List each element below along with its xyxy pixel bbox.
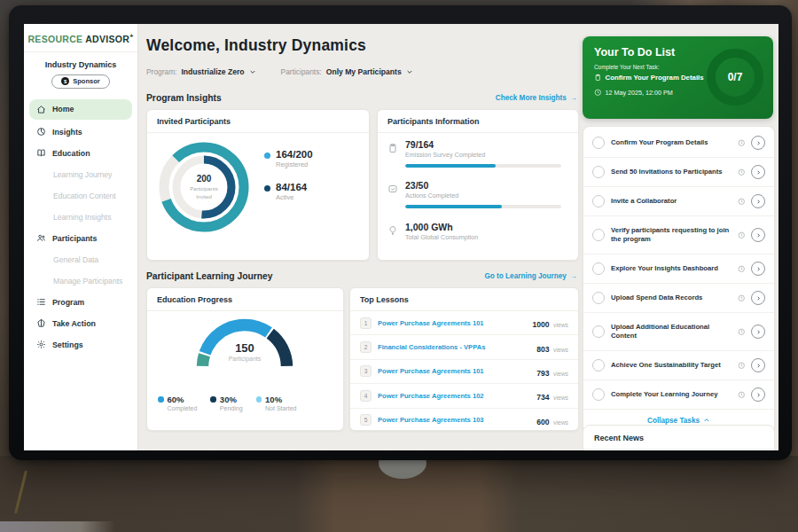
lesson-link[interactable]: Power Purchase Agreements 102	[378, 392, 530, 400]
lesson-row[interactable]: 3 Power Purchase Agreements 101 793 view…	[350, 360, 578, 384]
legend-pct: 60%	[168, 395, 184, 404]
task-row[interactable]: Verify participants requesting to join t…	[583, 216, 774, 254]
task-open-button[interactable]	[751, 325, 765, 339]
chevron-down-icon	[406, 68, 413, 75]
lesson-link[interactable]: Power Purchase Agreements 103	[378, 416, 530, 424]
task-open-button[interactable]	[751, 358, 765, 372]
gauge-value: 150	[190, 341, 300, 355]
clock-icon	[738, 328, 746, 336]
sidebar-item-education-content[interactable]: Education Content	[24, 185, 137, 207]
sidebar-item-learning-insights[interactable]: Learning Insights	[24, 207, 137, 228]
legend-completed: 60% Completed	[158, 395, 197, 411]
invited-donut-chart: 200 Participants Invited	[154, 137, 254, 237]
next-task-label: Confirm Your Program Details	[606, 74, 704, 82]
lesson-link[interactable]: Power Purchase Agreements 101	[378, 319, 526, 327]
card-title: Invited Participants	[147, 110, 369, 133]
task-row[interactable]: Invite a Collaborator	[583, 187, 774, 216]
lesson-row[interactable]: 1 Power Purchase Agreements 101 1000 vie…	[350, 311, 578, 335]
participants-select[interactable]: Participants: Only My Participants	[281, 67, 413, 76]
sidebar-item-general-data[interactable]: General Data	[24, 249, 137, 270]
legend-label: Completed	[168, 405, 198, 411]
task-row[interactable]: Confirm Your Program Details	[583, 129, 774, 158]
progress-bar	[405, 205, 561, 208]
logo-plus: +	[129, 33, 133, 39]
task-row[interactable]: Send 50 Invitations to Participants	[583, 158, 774, 187]
task-open-button[interactable]	[751, 165, 765, 179]
task-row[interactable]: Upload Additional Educational Content	[583, 313, 774, 351]
task-open-button[interactable]	[751, 291, 765, 305]
task-checkbox[interactable]	[592, 137, 605, 149]
top-lessons-card: Top Lessons 1 Power Purchase Agreements …	[349, 287, 579, 431]
link-label: Check More Insights	[496, 94, 567, 102]
card-title: Participants Information	[378, 110, 578, 133]
task-label: Upload Spend Data Records	[611, 290, 732, 306]
task-checkbox[interactable]	[592, 262, 605, 275]
clock-icon	[738, 231, 746, 239]
task-checkbox[interactable]	[592, 359, 605, 372]
task-open-button[interactable]	[751, 136, 765, 150]
invited-participants-card: Invited Participants 200 Participants In…	[146, 109, 370, 261]
gauge-center: 150 Participants	[190, 341, 300, 362]
task-checkbox[interactable]	[592, 166, 605, 178]
task-open-button[interactable]	[751, 387, 765, 402]
program-insights-header: Program Insights Check More Insights →	[146, 93, 577, 103]
gauge-label: Participants	[190, 356, 300, 362]
task-row[interactable]: Upload Spend Data Records	[583, 284, 774, 313]
task-checkbox[interactable]	[592, 325, 605, 338]
program-select[interactable]: Program: Industrialize Zero	[146, 67, 256, 76]
task-row[interactable]: Explore Your Insights Dashboard	[583, 254, 774, 284]
sidebar-item-manage-participants[interactable]: Manage Participants	[24, 270, 137, 292]
task-row[interactable]: Achieve One Sustainability Target	[583, 351, 774, 380]
views-label: views	[553, 347, 568, 353]
sponsor-label: Sponsor	[73, 77, 99, 85]
sidebar-item-participants[interactable]: Participants	[24, 228, 137, 249]
arrow-right-icon: →	[570, 272, 577, 280]
clipboard-icon	[594, 74, 602, 82]
sidebar-item-home[interactable]: Home	[29, 99, 132, 120]
task-checkbox[interactable]	[592, 229, 605, 241]
sponsor-badge: $ Sponsor	[51, 74, 109, 89]
task-checkbox[interactable]	[592, 195, 605, 207]
book-icon	[36, 148, 46, 158]
learning-journey-header: Participant Learning Journey Go to Learn…	[146, 271, 577, 281]
views-label: views	[553, 322, 568, 328]
progress-bar	[405, 164, 561, 168]
due-date-label: 12 May 2025, 12:00 PM	[606, 89, 673, 97]
task-label: Achieve One Sustainability Target	[611, 357, 732, 373]
sidebar-item-label: Settings	[52, 340, 83, 349]
sidebar: RESOURCE ADVISOR+ Industry Dynamics $ Sp…	[24, 24, 137, 450]
sidebar-item-settings[interactable]: Settings	[24, 334, 137, 356]
task-row[interactable]: Complete Your Learning Journey	[583, 380, 774, 410]
lesson-row[interactable]: 2 Financial Considerations - VPPAs 803 v…	[350, 335, 578, 359]
invited-count-label: Participants Invited	[183, 185, 225, 200]
sidebar-item-label: Education	[52, 149, 90, 158]
task-open-button[interactable]	[751, 262, 765, 276]
sidebar-item-label: Learning Journey	[53, 170, 112, 179]
check-more-insights-link[interactable]: Check More Insights →	[496, 94, 577, 102]
sidebar-item-program[interactable]: Program	[24, 292, 137, 313]
lesson-row[interactable]: 4 Power Purchase Agreements 102 734 view…	[350, 384, 578, 408]
people-icon	[36, 233, 46, 243]
lesson-link[interactable]: Financial Considerations - VPPAs	[378, 343, 530, 351]
sidebar-item-insights[interactable]: Insights	[24, 121, 137, 143]
chevron-up-icon	[703, 417, 710, 424]
sidebar-item-education[interactable]: Education	[24, 143, 137, 164]
legend-active: 84/164 Active	[264, 182, 313, 201]
progress-fill	[405, 164, 496, 168]
sidebar-item-label: Education Content	[53, 192, 116, 200]
recent-news-title: Recent News	[583, 426, 774, 450]
lesson-link[interactable]: Power Purchase Agreements 101	[378, 367, 530, 375]
task-open-button[interactable]	[751, 194, 765, 208]
sidebar-item-take-action[interactable]: Take Action	[24, 313, 137, 334]
task-label: Invite a Collaborator	[611, 193, 732, 209]
go-to-learning-journey-link[interactable]: Go to Learning Journey →	[484, 272, 577, 280]
task-open-button[interactable]	[751, 228, 765, 242]
sidebar-item-label: Home	[52, 105, 74, 113]
task-checkbox[interactable]	[592, 292, 605, 304]
task-checkbox[interactable]	[592, 388, 605, 401]
sidebar-item-learning-journey[interactable]: Learning Journey	[24, 164, 137, 185]
todo-subtitle: Complete Your Next Task:	[594, 64, 659, 70]
donut-center: 200 Participants Invited	[154, 137, 254, 237]
resource-advisor-logo: RESOURCE ADVISOR+	[24, 24, 137, 52]
lesson-row[interactable]: 5 Power Purchase Agreements 103 600 view…	[350, 409, 578, 432]
